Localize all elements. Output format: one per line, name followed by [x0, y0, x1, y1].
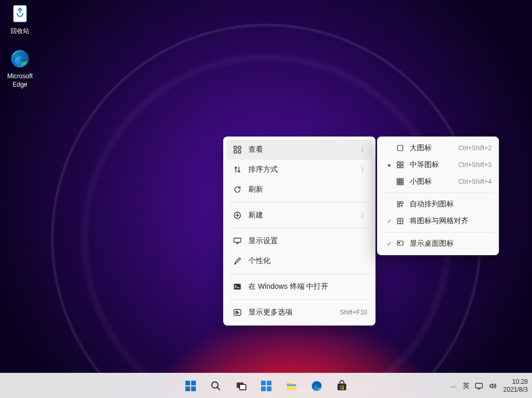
svg-rect-20 — [400, 181, 401, 183]
desktop-context-menu: 查看 〉 排序方式 〉 刷新 新建 〉 显示设置 个性化 — [223, 137, 375, 326]
svg-rect-16 — [397, 179, 399, 180]
svg-rect-45 — [337, 383, 346, 390]
menu-item-sort[interactable]: 排序方式 〉 — [226, 160, 372, 180]
submenu-item-label: 中等图标 — [405, 160, 458, 170]
svg-rect-22 — [397, 183, 399, 185]
network-icon[interactable] — [475, 382, 483, 390]
svg-rect-32 — [191, 381, 196, 385]
svg-rect-19 — [397, 181, 399, 183]
svg-rect-49 — [342, 387, 343, 389]
menu-item-more-options[interactable]: 显示更多选项 Shift+F10 — [226, 302, 372, 322]
medium-icons-icon — [395, 161, 405, 169]
submenu-item-align-grid[interactable]: ✓ 将图标与网格对齐 — [380, 213, 496, 229]
submenu-item-label: 小图标 — [405, 177, 458, 186]
svg-rect-26 — [401, 202, 403, 204]
menu-separator — [228, 299, 370, 300]
store-button[interactable] — [331, 375, 352, 396]
menu-separator — [382, 232, 494, 233]
clock-date: 2021/8/3 — [503, 386, 528, 393]
brush-icon — [232, 257, 243, 265]
tray-chevron-icon[interactable]: ︿ — [451, 381, 457, 391]
taskbar-right: ︿ 英 10:28 2021/8/3 — [451, 378, 528, 393]
check-icon: ✓ — [384, 240, 394, 247]
svg-rect-5 — [234, 151, 237, 153]
clock-time: 10:28 — [503, 378, 528, 385]
desktop-icon-edge[interactable]: Microsoft Edge — [0, 47, 40, 89]
menu-item-view[interactable]: 查看 〉 — [226, 140, 372, 160]
svg-rect-43 — [287, 384, 296, 386]
svg-rect-41 — [267, 386, 272, 391]
menu-item-label: 显示更多选项 — [243, 308, 340, 317]
menu-item-new[interactable]: 新建 〉 — [226, 205, 372, 225]
submenu-item-auto-arrange[interactable]: 自动排列图标 — [380, 196, 496, 213]
menu-separator — [228, 202, 370, 203]
display-icon — [232, 237, 243, 245]
submenu-item-label: 大图标 — [405, 143, 458, 153]
submenu-item-small-icons[interactable]: 小图标 Ctrl+Shift+4 — [380, 173, 496, 190]
radio-selected-icon: ● — [384, 162, 394, 168]
submenu-item-label: 显示桌面图标 — [405, 239, 492, 248]
menu-item-label: 排序方式 — [243, 165, 361, 174]
svg-rect-4 — [238, 146, 241, 149]
svg-rect-39 — [267, 381, 272, 385]
desktop-icon-label: 回收站 — [0, 27, 40, 36]
menu-item-terminal[interactable]: 在 Windows 终端 中打开 — [226, 277, 372, 297]
menu-item-personalize[interactable]: 个性化 — [226, 251, 372, 271]
volume-icon[interactable] — [488, 382, 497, 390]
menu-item-label: 刷新 — [243, 185, 367, 194]
svg-rect-33 — [185, 386, 190, 391]
svg-rect-6 — [238, 151, 241, 153]
recycle-bin-icon — [8, 2, 32, 25]
view-submenu: 大图标 Ctrl+Shift+2 ● 中等图标 Ctrl+Shift+3 小图标… — [377, 137, 499, 255]
ime-indicator[interactable]: 英 — [463, 381, 470, 391]
svg-rect-14 — [398, 165, 400, 168]
plus-circle-icon — [232, 211, 243, 219]
svg-rect-48 — [340, 387, 341, 389]
taskbar: ︿ 英 10:28 2021/8/3 — [0, 373, 532, 398]
taskbar-clock[interactable]: 10:28 2021/8/3 — [503, 378, 528, 393]
refresh-icon — [232, 185, 243, 194]
menu-item-display-settings[interactable]: 显示设置 — [226, 231, 372, 251]
edge-icon — [8, 47, 32, 70]
svg-rect-29 — [398, 241, 403, 245]
svg-rect-8 — [234, 238, 241, 243]
small-icons-icon — [395, 178, 405, 185]
svg-rect-37 — [239, 384, 246, 390]
svg-rect-12 — [398, 162, 400, 165]
chevron-right-icon: 〉 — [361, 165, 367, 174]
submenu-item-label: 将图标与网格对齐 — [405, 216, 492, 226]
menu-separator — [228, 228, 370, 228]
desktop-icon-recycle-bin[interactable]: 回收站 — [0, 2, 40, 36]
start-button[interactable] — [180, 375, 201, 396]
submenu-item-show-icons[interactable]: ✓ 显示桌面图标 — [380, 235, 496, 252]
grid-icon — [232, 145, 243, 154]
menu-item-label: 在 Windows 终端 中打开 — [243, 282, 367, 291]
svg-rect-38 — [261, 381, 266, 385]
explorer-button[interactable] — [281, 375, 302, 396]
widgets-button[interactable] — [256, 375, 277, 396]
svg-rect-9 — [234, 284, 241, 290]
terminal-icon — [232, 282, 243, 291]
svg-rect-25 — [398, 202, 400, 204]
search-button[interactable] — [205, 375, 226, 396]
svg-rect-11 — [398, 145, 403, 151]
svg-rect-21 — [402, 181, 403, 183]
submenu-item-large-icons[interactable]: 大图标 Ctrl+Shift+2 — [380, 140, 496, 156]
chevron-right-icon: 〉 — [361, 145, 367, 154]
menu-item-label: 个性化 — [243, 256, 367, 266]
taskview-button[interactable] — [231, 375, 252, 396]
svg-rect-40 — [261, 386, 266, 391]
submenu-item-shortcut: Ctrl+Shift+3 — [458, 161, 492, 169]
svg-rect-18 — [402, 179, 403, 180]
submenu-item-medium-icons[interactable]: ● 中等图标 Ctrl+Shift+3 — [380, 156, 496, 173]
svg-rect-50 — [476, 383, 483, 388]
desktop-icons-icon — [395, 240, 405, 247]
svg-rect-31 — [185, 381, 190, 385]
large-icons-icon — [395, 144, 405, 152]
menu-item-refresh[interactable]: 刷新 — [226, 180, 372, 200]
check-icon: ✓ — [384, 218, 394, 225]
svg-rect-30 — [399, 242, 400, 244]
menu-item-label: 新建 — [243, 211, 361, 220]
menu-separator — [228, 274, 370, 274]
edge-button[interactable] — [306, 375, 327, 396]
